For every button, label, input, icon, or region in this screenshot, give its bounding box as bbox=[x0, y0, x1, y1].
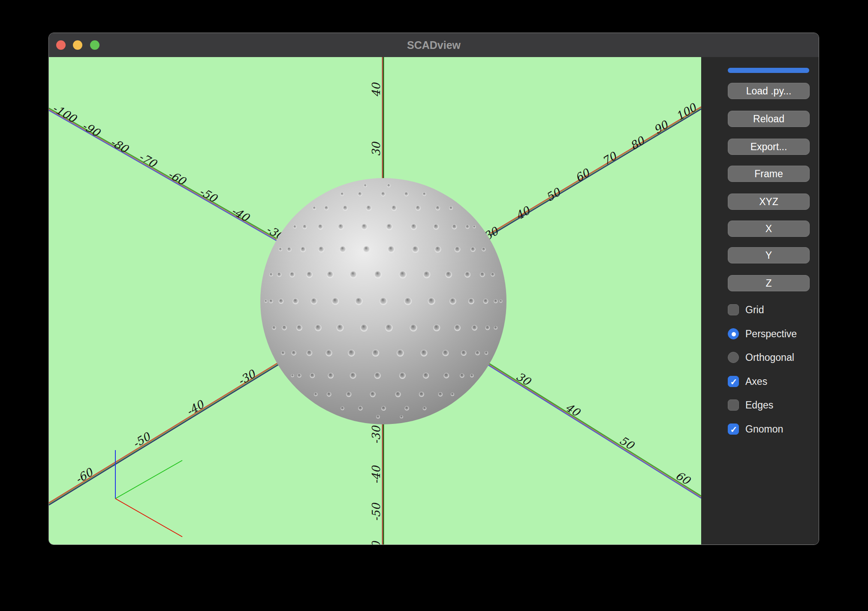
toggle-axes[interactable]: Axes bbox=[728, 376, 818, 387]
sphere-dimple bbox=[473, 225, 476, 228]
axis-tick-label: 100 bbox=[674, 100, 699, 123]
sphere-dimple bbox=[399, 271, 407, 278]
sidebar: Load .py... Reload Export... Frame XYZ X… bbox=[701, 57, 819, 545]
sphere-dimple bbox=[343, 206, 348, 211]
sphere-dimple bbox=[445, 271, 452, 278]
axis-tick-label: 60 bbox=[673, 469, 693, 488]
sphere-dimple bbox=[282, 325, 287, 330]
sphere-dimple bbox=[416, 206, 421, 211]
view-z-button[interactable]: Z bbox=[728, 275, 810, 291]
axis-tick-label: -60 bbox=[73, 465, 96, 486]
sphere-dimple bbox=[412, 246, 419, 253]
toggle-perspective[interactable]: Perspective bbox=[728, 328, 818, 339]
axis-tick-label: -70 bbox=[136, 150, 159, 171]
toggle-grid[interactable]: Grid bbox=[728, 304, 818, 315]
y-axis-positive bbox=[476, 355, 701, 498]
sphere-dimple bbox=[348, 350, 355, 357]
frame-button[interactable]: Frame bbox=[728, 166, 810, 182]
sphere-dimple bbox=[436, 206, 440, 211]
sphere-dimple bbox=[443, 350, 449, 357]
gnomon-y-axis bbox=[115, 460, 182, 499]
sphere-dimple bbox=[422, 192, 426, 196]
sphere-dimple bbox=[314, 393, 317, 396]
sphere-dimple bbox=[460, 373, 464, 378]
sphere-dimple bbox=[363, 246, 370, 253]
toggle-gnomon[interactable]: Gnomon bbox=[728, 423, 818, 435]
sphere-dimple bbox=[269, 299, 273, 303]
sphere-dimple bbox=[277, 272, 282, 277]
sphere-dimple bbox=[265, 300, 268, 303]
sphere-dimple bbox=[480, 272, 485, 277]
grid-checkbox[interactable] bbox=[728, 304, 739, 315]
z-axis-negative bbox=[383, 424, 383, 545]
sphere-dimple bbox=[279, 248, 282, 251]
sphere-dimple bbox=[454, 325, 461, 331]
sphere-dimple bbox=[475, 351, 480, 356]
sphere-dimple bbox=[461, 350, 467, 356]
sphere-dimple bbox=[411, 224, 417, 230]
sphere-dimple bbox=[293, 225, 297, 229]
edges-checkbox[interactable] bbox=[728, 399, 739, 411]
export-button[interactable]: Export... bbox=[728, 139, 810, 155]
gnomon-checkbox[interactable] bbox=[728, 423, 739, 435]
axis-tick-label: 80 bbox=[628, 133, 648, 152]
sphere-dimple bbox=[472, 325, 477, 331]
sphere-dimple bbox=[350, 372, 356, 379]
sphere-dimple bbox=[410, 324, 417, 331]
axis-tick-label: -40 bbox=[184, 397, 207, 418]
sphere-dimple bbox=[328, 373, 334, 378]
reload-button[interactable]: Reload bbox=[728, 111, 810, 127]
perspective-radio[interactable] bbox=[728, 328, 739, 339]
sphere-dimple bbox=[405, 406, 409, 411]
titlebar[interactable]: SCADview bbox=[49, 33, 819, 57]
toggle-orthogonal[interactable]: Orthogonal bbox=[728, 352, 818, 363]
toggle-edges[interactable]: Edges bbox=[728, 399, 818, 411]
sphere-dimple bbox=[310, 373, 315, 378]
sphere-model bbox=[260, 178, 506, 424]
sphere-dimple bbox=[269, 273, 273, 276]
axis-tick-label: 90 bbox=[651, 118, 671, 136]
viewport-3d[interactable]: -100 -90 -80 -70 -60 -50 -40 -30 30 40 5… bbox=[49, 57, 701, 545]
sphere-dimple bbox=[338, 224, 344, 230]
sphere-dimple bbox=[364, 184, 367, 187]
sphere-dimple bbox=[358, 192, 362, 196]
sphere-dimple bbox=[485, 326, 490, 330]
load-py-button[interactable]: Load .py... bbox=[728, 83, 810, 99]
orthogonal-radio[interactable] bbox=[728, 352, 739, 363]
sphere-dimple bbox=[468, 298, 474, 304]
sphere-dimple bbox=[297, 374, 301, 378]
view-x-button[interactable]: X bbox=[728, 221, 810, 237]
sphere-dimple bbox=[370, 392, 376, 397]
view-xyz-button[interactable]: XYZ bbox=[728, 194, 810, 210]
gnomon-x-axis bbox=[115, 499, 182, 537]
axis-tick-label: -50 bbox=[370, 502, 383, 521]
toggle-label: Axes bbox=[745, 376, 767, 387]
app-window: SCADview bbox=[48, 33, 819, 545]
sphere-dimple bbox=[494, 326, 497, 330]
sphere-dimple bbox=[491, 272, 494, 276]
sphere-dimple bbox=[451, 393, 454, 396]
sphere-dimple bbox=[470, 247, 475, 252]
sphere-dimple bbox=[310, 298, 317, 305]
sphere-dimple bbox=[444, 373, 449, 378]
sphere-dimple bbox=[386, 224, 392, 230]
axes-checkbox[interactable] bbox=[728, 376, 739, 387]
sphere-dimple bbox=[291, 374, 294, 377]
sphere-dimple bbox=[419, 392, 424, 397]
sphere-dimple bbox=[423, 407, 426, 410]
sphere-dimple bbox=[433, 224, 439, 230]
axis-tick-label: -50 bbox=[130, 430, 153, 451]
sphere-dimple bbox=[346, 392, 351, 397]
axis-tick-label: 70 bbox=[600, 149, 620, 168]
sphere-dimple bbox=[307, 350, 313, 356]
sphere-dimple bbox=[434, 246, 441, 253]
sphere-dimple bbox=[318, 224, 323, 230]
view-y-button[interactable]: Y bbox=[728, 247, 810, 263]
toggle-label: Gnomon bbox=[745, 423, 783, 435]
sphere-dimple bbox=[374, 271, 382, 278]
axis-tick-label: -30 bbox=[370, 425, 383, 444]
sphere-dimple bbox=[291, 351, 296, 355]
axis-tick-label: 50 bbox=[617, 434, 637, 453]
sphere-dimple bbox=[337, 324, 344, 332]
sphere-dimple bbox=[340, 246, 347, 253]
